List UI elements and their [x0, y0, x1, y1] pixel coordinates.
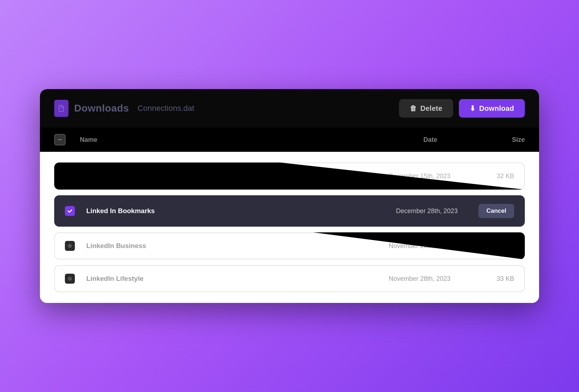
file-row-2[interactable]: Linked In Bookmarks December 28th, 2023 …: [54, 195, 525, 227]
row-3-size: 32 KB: [471, 242, 514, 250]
unchecked-icon-3: [67, 243, 73, 249]
row-2-date: December 28th, 2023: [382, 207, 471, 215]
row-3-name: LinkedIn Business: [86, 242, 368, 250]
col-date-header: Date: [386, 136, 475, 144]
row-4-size: 33 KB: [471, 275, 514, 283]
file-row-4[interactable]: LinkedIn Lifestyle November 28th, 2023 3…: [54, 265, 525, 292]
row-1-checkbox[interactable]: [65, 171, 75, 181]
content-area: Linked In Bookmarks December 15th, 2023 …: [40, 152, 539, 303]
select-all-checkbox[interactable]: [54, 134, 66, 145]
file-icon: [54, 100, 68, 117]
modal-container: Downloads Connections.dat 🗑 Delete ⬇ Dow…: [40, 89, 539, 303]
row-4-name: LinkedIn Lifestyle: [86, 275, 368, 283]
file-row-3[interactable]: LinkedIn Business November 28th, 2023 32…: [54, 232, 525, 259]
row-4-date: November 28th, 2023: [375, 275, 464, 283]
header: Downloads Connections.dat 🗑 Delete ⬇ Dow…: [40, 89, 539, 128]
checked-icon: [67, 208, 73, 214]
svg-rect-0: [58, 139, 62, 140]
row-1-size: 32 KB: [471, 172, 514, 180]
unchecked-icon: [67, 173, 73, 179]
row-4-checkbox[interactable]: [65, 274, 75, 284]
unchecked-icon-4: [67, 276, 73, 282]
row-1-date: December 15th, 2023: [375, 172, 464, 180]
row-3-date: November 28th, 2023: [375, 242, 464, 250]
download-label: Download: [479, 104, 514, 113]
file-row-1[interactable]: Linked In Bookmarks December 15th, 2023 …: [54, 163, 525, 190]
header-title: Downloads: [74, 103, 129, 114]
download-button[interactable]: ⬇ Download: [459, 99, 525, 118]
row-2-name: Linked In Bookmarks: [86, 207, 375, 215]
svg-point-3: [68, 277, 72, 280]
col-name-header: Name: [80, 136, 379, 144]
row-2-checkbox[interactable]: [65, 206, 75, 216]
header-subtitle: Connections.dat: [138, 104, 194, 113]
column-header-row: Name Date Size: [40, 128, 539, 152]
delete-button[interactable]: 🗑 Delete: [399, 99, 453, 118]
cancel-button[interactable]: Cancel: [478, 204, 514, 218]
minus-icon: [57, 137, 63, 143]
header-actions: 🗑 Delete ⬇ Download: [399, 99, 525, 118]
svg-point-1: [68, 174, 72, 178]
row-1-name: Linked In Bookmarks: [86, 172, 368, 180]
svg-point-2: [68, 244, 72, 248]
header-left: Downloads Connections.dat: [54, 100, 194, 117]
download-icon: ⬇: [470, 104, 476, 113]
trash-icon: 🗑: [410, 104, 417, 113]
delete-label: Delete: [420, 104, 442, 113]
row-3-checkbox[interactable]: [65, 241, 75, 251]
col-size-header: Size: [482, 136, 525, 144]
